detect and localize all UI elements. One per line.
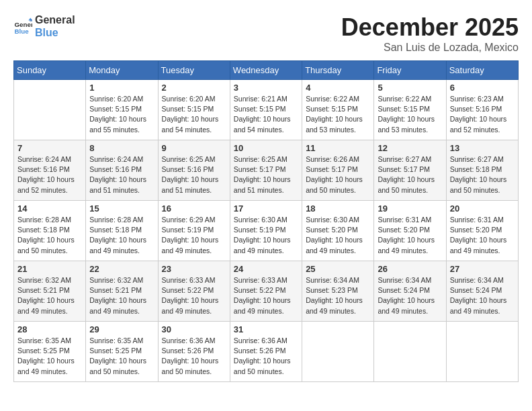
calendar-cell: 26Sunrise: 6:34 AM Sunset: 5:24 PM Dayli… xyxy=(374,261,446,322)
weekday-header-tuesday: Tuesday xyxy=(158,61,230,80)
calendar-cell: 14Sunrise: 6:28 AM Sunset: 5:18 PM Dayli… xyxy=(14,201,86,261)
day-info: Sunrise: 6:32 AM Sunset: 5:21 PM Dayligh… xyxy=(17,275,82,316)
day-number: 14 xyxy=(17,203,82,214)
calendar-header: SundayMondayTuesdayWednesdayThursdayFrid… xyxy=(14,61,519,80)
calendar-cell: 4Sunrise: 6:22 AM Sunset: 5:15 PM Daylig… xyxy=(302,80,374,140)
day-info: Sunrise: 6:34 AM Sunset: 5:24 PM Dayligh… xyxy=(450,275,515,316)
weekday-row: SundayMondayTuesdayWednesdayThursdayFrid… xyxy=(14,61,519,80)
day-info: Sunrise: 6:36 AM Sunset: 5:26 PM Dayligh… xyxy=(234,336,298,377)
weekday-header-monday: Monday xyxy=(86,61,158,80)
calendar-cell: 31Sunrise: 6:36 AM Sunset: 5:26 PM Dayli… xyxy=(230,322,302,382)
day-info: Sunrise: 6:33 AM Sunset: 5:22 PM Dayligh… xyxy=(162,275,226,316)
day-number: 7 xyxy=(17,143,82,153)
day-info: Sunrise: 6:31 AM Sunset: 5:20 PM Dayligh… xyxy=(450,215,515,256)
week-row-2: 7Sunrise: 6:24 AM Sunset: 5:16 PM Daylig… xyxy=(14,140,519,201)
day-number: 11 xyxy=(306,143,370,153)
day-info: Sunrise: 6:24 AM Sunset: 5:16 PM Dayligh… xyxy=(89,154,154,195)
day-number: 9 xyxy=(162,143,226,153)
calendar-cell: 10Sunrise: 6:25 AM Sunset: 5:17 PM Dayli… xyxy=(230,140,302,201)
svg-text:Blue: Blue xyxy=(14,28,29,35)
weekday-header-friday: Friday xyxy=(374,61,446,80)
calendar-cell: 7Sunrise: 6:24 AM Sunset: 5:16 PM Daylig… xyxy=(14,140,86,201)
day-number: 25 xyxy=(306,264,370,274)
calendar-cell xyxy=(446,322,518,382)
page-header: General Blue General Blue December 2025 … xyxy=(13,13,519,54)
calendar-cell: 1Sunrise: 6:20 AM Sunset: 5:15 PM Daylig… xyxy=(86,80,158,140)
calendar-cell: 12Sunrise: 6:27 AM Sunset: 5:17 PM Dayli… xyxy=(374,140,446,201)
calendar-cell: 19Sunrise: 6:31 AM Sunset: 5:20 PM Dayli… xyxy=(374,201,446,261)
weekday-header-thursday: Thursday xyxy=(302,61,374,80)
day-info: Sunrise: 6:28 AM Sunset: 5:18 PM Dayligh… xyxy=(89,215,154,256)
calendar-cell: 28Sunrise: 6:35 AM Sunset: 5:25 PM Dayli… xyxy=(14,322,86,382)
day-number: 8 xyxy=(89,143,154,153)
day-number: 27 xyxy=(450,264,515,274)
day-info: Sunrise: 6:23 AM Sunset: 5:16 PM Dayligh… xyxy=(450,94,515,135)
day-number: 16 xyxy=(162,203,226,214)
calendar-cell: 11Sunrise: 6:26 AM Sunset: 5:17 PM Dayli… xyxy=(302,140,374,201)
day-number: 30 xyxy=(162,324,226,334)
day-number: 18 xyxy=(306,203,370,214)
calendar-cell: 27Sunrise: 6:34 AM Sunset: 5:24 PM Dayli… xyxy=(446,261,518,322)
day-number: 31 xyxy=(234,324,298,334)
calendar-cell: 17Sunrise: 6:30 AM Sunset: 5:19 PM Dayli… xyxy=(230,201,302,261)
calendar-cell: 3Sunrise: 6:21 AM Sunset: 5:15 PM Daylig… xyxy=(230,80,302,140)
day-info: Sunrise: 6:35 AM Sunset: 5:25 PM Dayligh… xyxy=(17,336,82,377)
month-title: December 2025 xyxy=(341,13,519,42)
day-info: Sunrise: 6:21 AM Sunset: 5:15 PM Dayligh… xyxy=(234,94,298,135)
calendar-cell: 18Sunrise: 6:30 AM Sunset: 5:20 PM Dayli… xyxy=(302,201,374,261)
calendar-body: 1Sunrise: 6:20 AM Sunset: 5:15 PM Daylig… xyxy=(14,80,519,382)
weekday-header-wednesday: Wednesday xyxy=(230,61,302,80)
calendar-cell: 25Sunrise: 6:34 AM Sunset: 5:23 PM Dayli… xyxy=(302,261,374,322)
calendar-cell: 2Sunrise: 6:20 AM Sunset: 5:15 PM Daylig… xyxy=(158,80,230,140)
day-number: 4 xyxy=(306,83,370,93)
calendar-cell: 22Sunrise: 6:32 AM Sunset: 5:21 PM Dayli… xyxy=(86,261,158,322)
day-info: Sunrise: 6:33 AM Sunset: 5:22 PM Dayligh… xyxy=(234,275,298,316)
location-title: San Luis de Lozada, Mexico xyxy=(341,42,519,54)
logo-icon: General Blue xyxy=(13,17,32,36)
day-number: 26 xyxy=(378,264,442,274)
day-number: 13 xyxy=(450,143,515,153)
day-info: Sunrise: 6:35 AM Sunset: 5:25 PM Dayligh… xyxy=(89,336,154,377)
calendar-cell: 20Sunrise: 6:31 AM Sunset: 5:20 PM Dayli… xyxy=(446,201,518,261)
day-number: 28 xyxy=(17,324,82,334)
calendar-cell: 30Sunrise: 6:36 AM Sunset: 5:26 PM Dayli… xyxy=(158,322,230,382)
week-row-4: 21Sunrise: 6:32 AM Sunset: 5:21 PM Dayli… xyxy=(14,261,519,322)
calendar-cell: 9Sunrise: 6:25 AM Sunset: 5:16 PM Daylig… xyxy=(158,140,230,201)
calendar-cell: 15Sunrise: 6:28 AM Sunset: 5:18 PM Dayli… xyxy=(86,201,158,261)
day-number: 12 xyxy=(378,143,442,153)
calendar-cell xyxy=(302,322,374,382)
day-number: 10 xyxy=(234,143,298,153)
day-number: 29 xyxy=(89,324,154,334)
day-info: Sunrise: 6:27 AM Sunset: 5:18 PM Dayligh… xyxy=(450,154,515,195)
day-info: Sunrise: 6:28 AM Sunset: 5:18 PM Dayligh… xyxy=(17,215,82,256)
day-info: Sunrise: 6:22 AM Sunset: 5:15 PM Dayligh… xyxy=(378,94,442,135)
day-info: Sunrise: 6:25 AM Sunset: 5:17 PM Dayligh… xyxy=(234,154,298,195)
day-info: Sunrise: 6:22 AM Sunset: 5:15 PM Dayligh… xyxy=(306,94,370,135)
day-number: 3 xyxy=(234,83,298,93)
calendar-cell: 13Sunrise: 6:27 AM Sunset: 5:18 PM Dayli… xyxy=(446,140,518,201)
calendar-cell: 29Sunrise: 6:35 AM Sunset: 5:25 PM Dayli… xyxy=(86,322,158,382)
day-number: 5 xyxy=(378,83,442,93)
title-block: December 2025 San Luis de Lozada, Mexico xyxy=(341,13,519,54)
day-number: 17 xyxy=(234,203,298,214)
calendar-cell xyxy=(14,80,86,140)
week-row-1: 1Sunrise: 6:20 AM Sunset: 5:15 PM Daylig… xyxy=(14,80,519,140)
weekday-header-saturday: Saturday xyxy=(446,61,518,80)
logo-general: General xyxy=(35,13,75,26)
calendar-cell: 24Sunrise: 6:33 AM Sunset: 5:22 PM Dayli… xyxy=(230,261,302,322)
day-number: 20 xyxy=(450,203,515,214)
day-number: 23 xyxy=(162,264,226,274)
day-info: Sunrise: 6:34 AM Sunset: 5:24 PM Dayligh… xyxy=(378,275,442,316)
day-number: 1 xyxy=(89,83,154,93)
day-info: Sunrise: 6:32 AM Sunset: 5:21 PM Dayligh… xyxy=(89,275,154,316)
day-number: 22 xyxy=(89,264,154,274)
calendar-cell: 5Sunrise: 6:22 AM Sunset: 5:15 PM Daylig… xyxy=(374,80,446,140)
day-info: Sunrise: 6:30 AM Sunset: 5:20 PM Dayligh… xyxy=(306,215,370,256)
calendar-cell: 23Sunrise: 6:33 AM Sunset: 5:22 PM Dayli… xyxy=(158,261,230,322)
day-info: Sunrise: 6:31 AM Sunset: 5:20 PM Dayligh… xyxy=(378,215,442,256)
calendar-cell xyxy=(374,322,446,382)
day-number: 6 xyxy=(450,83,515,93)
week-row-5: 28Sunrise: 6:35 AM Sunset: 5:25 PM Dayli… xyxy=(14,322,519,382)
day-info: Sunrise: 6:27 AM Sunset: 5:17 PM Dayligh… xyxy=(378,154,442,195)
day-info: Sunrise: 6:30 AM Sunset: 5:19 PM Dayligh… xyxy=(234,215,298,256)
